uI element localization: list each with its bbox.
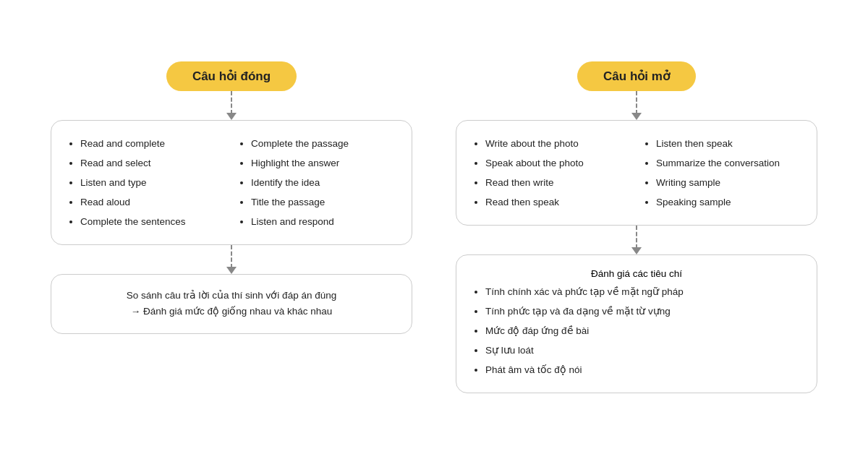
criteria-item: Mức độ đáp ứng đề bài xyxy=(485,321,684,340)
left-col2: Complete the passage Highlight the answe… xyxy=(238,134,396,231)
right-col1: Write about the photo Speak about the ph… xyxy=(472,134,630,212)
left-top-box-inner: Read and complete Read and select Listen… xyxy=(67,134,396,231)
left-arrow-top xyxy=(226,113,237,120)
list-item: Speaking sample xyxy=(656,192,801,212)
right-col1-list: Write about the photo Speak about the ph… xyxy=(472,134,630,212)
right-top-box: Write about the photo Speak about the ph… xyxy=(456,120,817,226)
left-col2-list: Complete the passage Highlight the answe… xyxy=(238,134,396,231)
left-col1-list: Read and complete Read and select Listen… xyxy=(67,134,225,231)
right-col2: Listen then speak Summarize the conversa… xyxy=(643,134,801,212)
list-item: Read then write xyxy=(485,173,630,192)
left-top-box: Read and complete Read and select Listen… xyxy=(51,120,412,245)
right-column: Câu hỏi mở Write about the photo Speak a… xyxy=(456,61,817,393)
criteria-item: Sự lưu loát xyxy=(485,340,684,360)
left-dashed-line-bottom xyxy=(231,245,232,268)
right-arrow-bottom xyxy=(631,247,642,254)
criteria-list: Tính chính xác và phức tạp về mặt ngữ ph… xyxy=(472,282,684,380)
list-item: Writing sample xyxy=(656,173,801,192)
list-item: Summarize the conversation xyxy=(656,153,801,173)
left-connector-top xyxy=(226,91,237,120)
left-col1: Read and complete Read and select Listen… xyxy=(67,134,225,231)
right-dashed-line-bottom xyxy=(636,226,637,249)
list-item: Listen then speak xyxy=(656,134,801,153)
left-bottom-line1: So sánh câu trả lời của thí sinh với đáp… xyxy=(127,290,336,301)
left-dashed-line-top xyxy=(231,91,232,114)
right-header: Câu hỏi mở xyxy=(577,61,696,91)
right-connector-bottom xyxy=(631,226,642,254)
list-item: Complete the passage xyxy=(251,134,396,153)
list-item: Write about the photo xyxy=(485,134,630,153)
left-bottom-text: So sánh câu trả lời của thí sinh với đáp… xyxy=(67,288,396,321)
list-item: Read and select xyxy=(80,153,225,173)
criteria-title: Đánh giá các tiêu chí xyxy=(472,268,801,279)
list-item: Listen and respond xyxy=(251,212,396,231)
list-item: Highlight the answer xyxy=(251,153,396,173)
right-dashed-line-top xyxy=(636,91,637,114)
list-item: Complete the sentences xyxy=(80,212,225,231)
right-bottom-box: Đánh giá các tiêu chí Tính chính xác và … xyxy=(456,254,817,393)
left-connector-bottom xyxy=(226,245,237,274)
list-item: Speak about the photo xyxy=(485,153,630,173)
left-column: Câu hỏi đóng Read and complete Read and … xyxy=(51,61,412,335)
right-arrow-top xyxy=(631,113,642,120)
criteria-item: Tính phức tạp và đa dạng về mặt từ vựng xyxy=(485,301,684,321)
list-item: Read then speak xyxy=(485,192,630,212)
list-item: Title the passage xyxy=(251,192,396,212)
list-item: Identify the idea xyxy=(251,173,396,192)
right-col2-list: Listen then speak Summarize the conversa… xyxy=(643,134,801,212)
right-top-box-inner: Write about the photo Speak about the ph… xyxy=(472,134,801,212)
diagram: Câu hỏi đóng Read and complete Read and … xyxy=(22,47,846,408)
list-item: Listen and type xyxy=(80,173,225,192)
left-header: Câu hỏi đóng xyxy=(166,61,297,91)
right-connector-top xyxy=(631,91,642,120)
criteria-item: Tính chính xác và phức tạp về mặt ngữ ph… xyxy=(485,282,684,301)
list-item: Read aloud xyxy=(80,192,225,212)
left-bottom-line2: → Đánh giá mức độ giống nhau và khác nha… xyxy=(131,306,332,317)
list-item: Read and complete xyxy=(80,134,225,153)
left-arrow-bottom xyxy=(226,267,237,274)
criteria-item: Phát âm và tốc độ nói xyxy=(485,360,684,380)
left-bottom-box: So sánh câu trả lời của thí sinh với đáp… xyxy=(51,274,412,335)
